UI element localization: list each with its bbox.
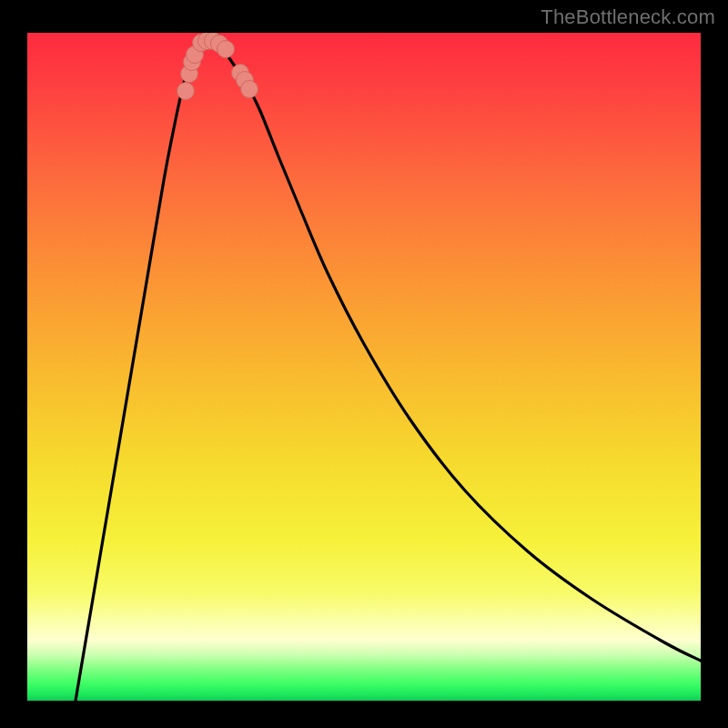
bottleneck-curve-svg [27,33,701,701]
marker-cluster [177,33,258,100]
valley-marker [217,41,235,58]
watermark-text: TheBottleneck.com [541,5,715,29]
chart-plot-area [27,33,701,701]
bottleneck-curve [76,39,701,701]
right-cluster-marker [241,81,258,98]
viewport: TheBottleneck.com [0,0,728,728]
left-cluster-marker [177,83,195,100]
